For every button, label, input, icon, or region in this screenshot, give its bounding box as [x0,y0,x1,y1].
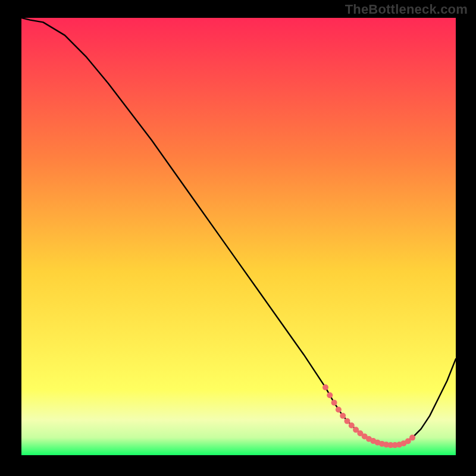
curve-marker [327,392,333,398]
curve-marker [331,400,337,406]
curve-marker [345,418,350,424]
curve-marker [409,435,415,441]
curve-marker [340,413,346,419]
curve-marker [336,407,342,413]
chart-svg [21,18,456,455]
curve-marker [349,422,355,428]
watermark-text: TheBottleneck.com [345,2,468,17]
curve-marker [322,384,328,390]
chart-frame: TheBottleneck.com [0,0,476,476]
chart-plot-area [21,18,456,455]
gradient-background [21,18,456,455]
